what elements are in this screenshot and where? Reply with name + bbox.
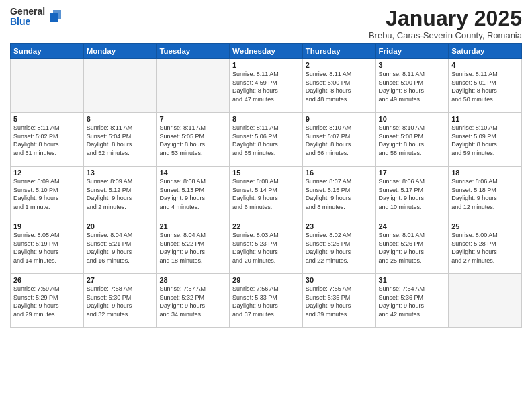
day-info: Sunrise: 8:06 AM Sunset: 5:17 PM Dayligh… bbox=[379, 177, 446, 211]
calendar-week-row: 26Sunrise: 7:59 AM Sunset: 5:29 PM Dayli… bbox=[11, 274, 522, 328]
day-number: 5 bbox=[13, 115, 81, 123]
table-row bbox=[83, 59, 157, 113]
day-info: Sunrise: 8:11 AM Sunset: 5:02 PM Dayligh… bbox=[13, 124, 81, 157]
day-number: 31 bbox=[379, 276, 446, 284]
calendar-week-row: 19Sunrise: 8:05 AM Sunset: 5:19 PM Dayli… bbox=[11, 220, 522, 274]
table-row: 12Sunrise: 8:09 AM Sunset: 5:10 PM Dayli… bbox=[11, 167, 84, 220]
col-monday: Monday bbox=[83, 44, 157, 59]
day-number: 10 bbox=[379, 115, 446, 123]
table-row: 20Sunrise: 8:04 AM Sunset: 5:21 PM Dayli… bbox=[83, 220, 157, 274]
day-number: 8 bbox=[232, 115, 300, 123]
day-info: Sunrise: 8:11 AM Sunset: 5:00 PM Dayligh… bbox=[306, 70, 373, 103]
calendar-header-row: Sunday Monday Tuesday Wednesday Thursday… bbox=[11, 44, 522, 59]
day-number: 1 bbox=[232, 61, 300, 69]
page-container: General Blue January 2025 Brebu, Caras-S… bbox=[0, 0, 532, 334]
day-info: Sunrise: 8:04 AM Sunset: 5:22 PM Dayligh… bbox=[159, 231, 226, 265]
day-number: 6 bbox=[87, 115, 154, 123]
day-number: 16 bbox=[306, 169, 373, 177]
table-row: 13Sunrise: 8:09 AM Sunset: 5:12 PM Dayli… bbox=[83, 167, 157, 220]
day-info: Sunrise: 8:08 AM Sunset: 5:14 PM Dayligh… bbox=[232, 177, 300, 211]
day-number: 28 bbox=[159, 276, 226, 284]
day-number: 19 bbox=[13, 222, 81, 230]
day-info: Sunrise: 7:57 AM Sunset: 5:32 PM Dayligh… bbox=[159, 285, 226, 318]
col-friday: Friday bbox=[375, 44, 449, 59]
table-row: 21Sunrise: 8:04 AM Sunset: 5:22 PM Dayli… bbox=[157, 220, 230, 274]
day-number: 7 bbox=[159, 115, 226, 123]
day-info: Sunrise: 8:02 AM Sunset: 5:25 PM Dayligh… bbox=[306, 231, 373, 265]
day-info: Sunrise: 8:10 AM Sunset: 5:08 PM Dayligh… bbox=[379, 124, 446, 157]
col-saturday: Saturday bbox=[449, 44, 522, 59]
table-row: 1Sunrise: 8:11 AM Sunset: 4:59 PM Daylig… bbox=[230, 59, 303, 113]
table-row: 15Sunrise: 8:08 AM Sunset: 5:14 PM Dayli… bbox=[230, 167, 303, 220]
table-row: 26Sunrise: 7:59 AM Sunset: 5:29 PM Dayli… bbox=[11, 274, 84, 328]
logo-blue-text: Blue bbox=[10, 17, 45, 27]
table-row: 30Sunrise: 7:55 AM Sunset: 5:35 PM Dayli… bbox=[302, 274, 375, 328]
day-info: Sunrise: 8:01 AM Sunset: 5:26 PM Dayligh… bbox=[379, 231, 446, 265]
day-number: 3 bbox=[379, 61, 446, 69]
day-number: 4 bbox=[451, 61, 519, 69]
table-row: 3Sunrise: 8:11 AM Sunset: 5:00 PM Daylig… bbox=[375, 59, 449, 113]
day-number: 30 bbox=[306, 276, 373, 284]
calendar-title: January 2025 bbox=[369, 7, 522, 30]
day-info: Sunrise: 7:59 AM Sunset: 5:29 PM Dayligh… bbox=[13, 285, 81, 318]
day-number: 11 bbox=[451, 115, 519, 123]
table-row: 11Sunrise: 8:10 AM Sunset: 5:09 PM Dayli… bbox=[449, 113, 522, 167]
day-number: 22 bbox=[232, 222, 300, 230]
day-info: Sunrise: 8:11 AM Sunset: 4:59 PM Dayligh… bbox=[232, 70, 300, 103]
col-thursday: Thursday bbox=[302, 44, 375, 59]
day-number: 27 bbox=[87, 276, 154, 284]
day-info: Sunrise: 8:00 AM Sunset: 5:28 PM Dayligh… bbox=[451, 231, 519, 265]
day-info: Sunrise: 8:05 AM Sunset: 5:19 PM Dayligh… bbox=[13, 231, 81, 265]
table-row: 10Sunrise: 8:10 AM Sunset: 5:08 PM Dayli… bbox=[375, 113, 449, 167]
table-row: 9Sunrise: 8:10 AM Sunset: 5:07 PM Daylig… bbox=[302, 113, 375, 167]
calendar-week-row: 12Sunrise: 8:09 AM Sunset: 5:10 PM Dayli… bbox=[11, 167, 522, 220]
day-number: 23 bbox=[306, 222, 373, 230]
svg-marker-1 bbox=[50, 13, 58, 22]
col-sunday: Sunday bbox=[11, 44, 84, 59]
day-info: Sunrise: 8:04 AM Sunset: 5:21 PM Dayligh… bbox=[87, 231, 154, 265]
day-number: 25 bbox=[451, 222, 519, 230]
day-number: 26 bbox=[13, 276, 81, 284]
calendar-week-row: 5Sunrise: 8:11 AM Sunset: 5:02 PM Daylig… bbox=[11, 113, 522, 167]
day-info: Sunrise: 8:09 AM Sunset: 5:12 PM Dayligh… bbox=[87, 177, 154, 211]
day-number: 15 bbox=[232, 169, 300, 177]
day-info: Sunrise: 7:58 AM Sunset: 5:30 PM Dayligh… bbox=[87, 285, 154, 318]
day-number: 29 bbox=[232, 276, 300, 284]
day-info: Sunrise: 8:09 AM Sunset: 5:10 PM Dayligh… bbox=[13, 177, 81, 211]
col-tuesday: Tuesday bbox=[157, 44, 230, 59]
table-row: 23Sunrise: 8:02 AM Sunset: 5:25 PM Dayli… bbox=[302, 220, 375, 274]
col-wednesday: Wednesday bbox=[230, 44, 303, 59]
table-row: 31Sunrise: 7:54 AM Sunset: 5:36 PM Dayli… bbox=[375, 274, 449, 328]
day-info: Sunrise: 8:11 AM Sunset: 5:04 PM Dayligh… bbox=[87, 124, 154, 157]
logo-general-text: General bbox=[10, 7, 45, 17]
table-row: 17Sunrise: 8:06 AM Sunset: 5:17 PM Dayli… bbox=[375, 167, 449, 220]
table-row: 22Sunrise: 8:03 AM Sunset: 5:23 PM Dayli… bbox=[230, 220, 303, 274]
day-number: 24 bbox=[379, 222, 446, 230]
table-row: 8Sunrise: 8:11 AM Sunset: 5:06 PM Daylig… bbox=[230, 113, 303, 167]
logo-icon bbox=[46, 7, 65, 26]
day-info: Sunrise: 7:55 AM Sunset: 5:35 PM Dayligh… bbox=[306, 285, 373, 318]
day-info: Sunrise: 8:08 AM Sunset: 5:13 PM Dayligh… bbox=[159, 177, 226, 211]
table-row: 18Sunrise: 8:06 AM Sunset: 5:18 PM Dayli… bbox=[449, 167, 522, 220]
table-row: 2Sunrise: 8:11 AM Sunset: 5:00 PM Daylig… bbox=[302, 59, 375, 113]
table-row: 19Sunrise: 8:05 AM Sunset: 5:19 PM Dayli… bbox=[11, 220, 84, 274]
title-block: January 2025 Brebu, Caras-Severin County… bbox=[369, 7, 522, 40]
day-info: Sunrise: 8:11 AM Sunset: 5:05 PM Dayligh… bbox=[159, 124, 226, 157]
day-number: 14 bbox=[159, 169, 226, 177]
day-info: Sunrise: 8:11 AM Sunset: 5:01 PM Dayligh… bbox=[451, 70, 519, 103]
table-row: 5Sunrise: 8:11 AM Sunset: 5:02 PM Daylig… bbox=[11, 113, 84, 167]
header: General Blue January 2025 Brebu, Caras-S… bbox=[10, 7, 522, 40]
day-number: 12 bbox=[13, 169, 81, 177]
day-info: Sunrise: 7:56 AM Sunset: 5:33 PM Dayligh… bbox=[232, 285, 300, 318]
day-number: 9 bbox=[306, 115, 373, 123]
table-row: 7Sunrise: 8:11 AM Sunset: 5:05 PM Daylig… bbox=[157, 113, 230, 167]
day-number: 17 bbox=[379, 169, 446, 177]
table-row bbox=[449, 274, 522, 328]
calendar-table: Sunday Monday Tuesday Wednesday Thursday… bbox=[10, 43, 522, 328]
day-info: Sunrise: 8:10 AM Sunset: 5:07 PM Dayligh… bbox=[306, 124, 373, 157]
table-row: 6Sunrise: 8:11 AM Sunset: 5:04 PM Daylig… bbox=[83, 113, 157, 167]
table-row: 27Sunrise: 7:58 AM Sunset: 5:30 PM Dayli… bbox=[83, 274, 157, 328]
table-row: 14Sunrise: 8:08 AM Sunset: 5:13 PM Dayli… bbox=[157, 167, 230, 220]
day-number: 20 bbox=[87, 222, 154, 230]
day-info: Sunrise: 8:03 AM Sunset: 5:23 PM Dayligh… bbox=[232, 231, 300, 265]
